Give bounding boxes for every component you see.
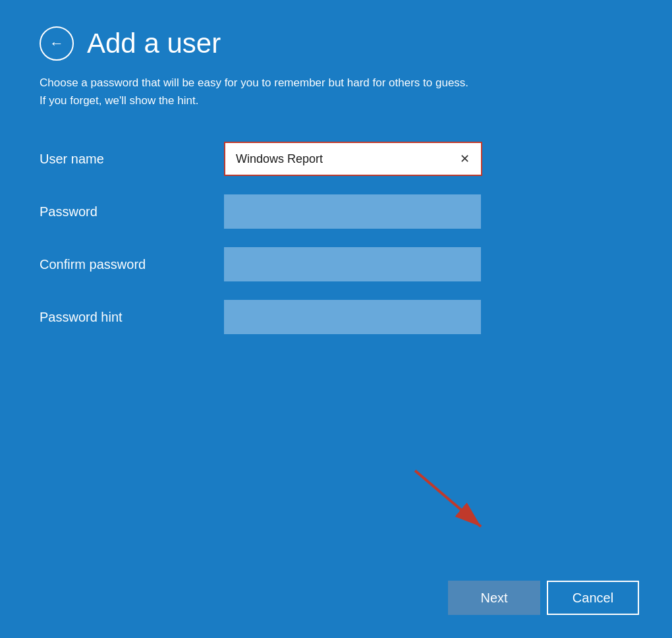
cancel-button[interactable]: Cancel (547, 581, 639, 615)
next-button[interactable]: Next (448, 581, 540, 615)
arrow-annotation (395, 464, 501, 546)
subtitle: Choose a password that will be easy for … (40, 74, 606, 109)
confirm-password-label: Confirm password (40, 257, 224, 272)
back-arrow-icon: ← (49, 35, 64, 52)
username-input-wrapper: ✕ (224, 142, 482, 176)
password-input-wrapper (224, 194, 481, 229)
confirm-password-row: Confirm password (40, 241, 632, 287)
password-label: Password (40, 204, 224, 219)
username-row: User name ✕ (40, 136, 632, 182)
page-title: Add a user (87, 28, 221, 59)
confirm-password-input[interactable] (224, 247, 481, 281)
page-container: ← Add a user Choose a password that will… (0, 0, 672, 638)
password-hint-label: Password hint (40, 310, 224, 325)
clear-username-button[interactable]: ✕ (448, 142, 482, 176)
username-label: User name (40, 152, 224, 167)
password-hint-input-wrapper (224, 300, 481, 334)
username-input[interactable] (224, 142, 448, 176)
back-button[interactable]: ← (40, 26, 74, 61)
svg-line-1 (415, 471, 481, 527)
form-container: User name ✕ Password Confirm password (40, 136, 632, 347)
password-hint-input[interactable] (224, 300, 481, 334)
bottom-buttons: Next Cancel (448, 581, 639, 615)
password-hint-row: Password hint (40, 294, 632, 340)
password-row: Password (40, 188, 632, 235)
arrow-svg (395, 464, 501, 543)
confirm-password-input-wrapper (224, 247, 481, 281)
clear-icon: ✕ (460, 152, 470, 166)
header: ← Add a user (40, 26, 632, 61)
password-input[interactable] (224, 194, 481, 229)
